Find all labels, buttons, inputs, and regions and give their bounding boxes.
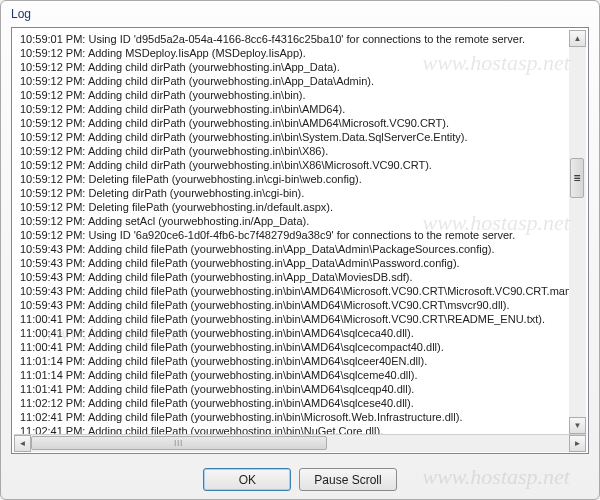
log-line: 10:59:12 PM: Adding child dirPath (yourw… [20,158,580,172]
log-line: 11:02:12 PM: Adding child filePath (your… [20,396,580,410]
vscroll-thumb[interactable]: ≡ [570,158,584,198]
scroll-up-arrow-icon[interactable]: ▲ [569,30,586,47]
content-area: 10:59:01 PM: Using ID 'd95d5a2a-054a-416… [1,23,599,460]
log-line: 10:59:12 PM: Using ID '6a920ce6-1d0f-4fb… [20,228,580,242]
horizontal-scrollbar[interactable]: ◄ ׀׀׀ ► [14,434,586,451]
log-frame: 10:59:01 PM: Using ID 'd95d5a2a-054a-416… [11,27,589,454]
log-line: 10:59:12 PM: Adding child dirPath (yourw… [20,60,580,74]
log-line: 11:01:14 PM: Adding child filePath (your… [20,368,580,382]
log-line: 11:00:41 PM: Adding child filePath (your… [20,340,580,354]
grip-icon: ≡ [573,171,580,185]
scroll-left-arrow-icon[interactable]: ◄ [14,435,31,452]
pause-scroll-button[interactable]: Pause Scroll [299,468,396,491]
log-line: 10:59:12 PM: Adding child dirPath (yourw… [20,74,580,88]
log-line: 11:00:41 PM: Adding child filePath (your… [20,312,580,326]
log-line: 10:59:12 PM: Adding child dirPath (yourw… [20,88,580,102]
ok-button[interactable]: OK [203,468,291,491]
log-line: 10:59:12 PM: Adding setAcl (yourwebhosti… [20,214,580,228]
log-line: 10:59:12 PM: Deleting dirPath (yourwebho… [20,186,580,200]
log-line: 10:59:12 PM: Adding child dirPath (yourw… [20,144,580,158]
scroll-down-arrow-icon[interactable]: ▼ [569,417,586,434]
log-line: 10:59:12 PM: Adding child dirPath (yourw… [20,130,580,144]
hscroll-track[interactable]: ׀׀׀ [31,435,569,452]
vscroll-track[interactable]: ≡ [569,47,586,417]
log-dialog-window: Log 10:59:01 PM: Using ID 'd95d5a2a-054a… [0,0,600,500]
scroll-right-arrow-icon[interactable]: ► [569,435,586,452]
button-bar: OK Pause Scroll [1,460,599,499]
log-textarea[interactable]: 10:59:01 PM: Using ID 'd95d5a2a-054a-416… [14,30,586,434]
window-title: Log [1,1,599,23]
log-line: 11:02:41 PM: Adding child filePath (your… [20,410,580,424]
log-line: 10:59:43 PM: Adding child filePath (your… [20,284,580,298]
log-line: 11:01:41 PM: Adding child filePath (your… [20,382,580,396]
grip-icon: ׀׀׀ [174,438,183,447]
log-line: 10:59:43 PM: Adding child filePath (your… [20,242,580,256]
log-line: 10:59:12 PM: Adding child dirPath (yourw… [20,102,580,116]
log-line: 10:59:12 PM: Adding child dirPath (yourw… [20,116,580,130]
vertical-scrollbar[interactable]: ▲ ≡ ▼ [569,30,586,434]
log-line: 11:00:41 PM: Adding child filePath (your… [20,326,580,340]
log-line: 10:59:43 PM: Adding child filePath (your… [20,270,580,284]
log-line: 10:59:43 PM: Adding child filePath (your… [20,298,580,312]
hscroll-thumb[interactable]: ׀׀׀ [31,436,327,450]
log-line: 10:59:12 PM: Adding MSDeploy.IisApp (MSD… [20,46,580,60]
log-line: 10:59:12 PM: Deleting filePath (yourwebh… [20,172,580,186]
log-lines: 10:59:01 PM: Using ID 'd95d5a2a-054a-416… [14,30,586,434]
log-line: 10:59:01 PM: Using ID 'd95d5a2a-054a-416… [20,32,580,46]
log-line: 10:59:43 PM: Adding child filePath (your… [20,256,580,270]
log-line: 11:02:41 PM: Adding child filePath (your… [20,424,580,434]
log-line: 11:01:14 PM: Adding child filePath (your… [20,354,580,368]
log-line: 10:59:12 PM: Deleting filePath (yourwebh… [20,200,580,214]
